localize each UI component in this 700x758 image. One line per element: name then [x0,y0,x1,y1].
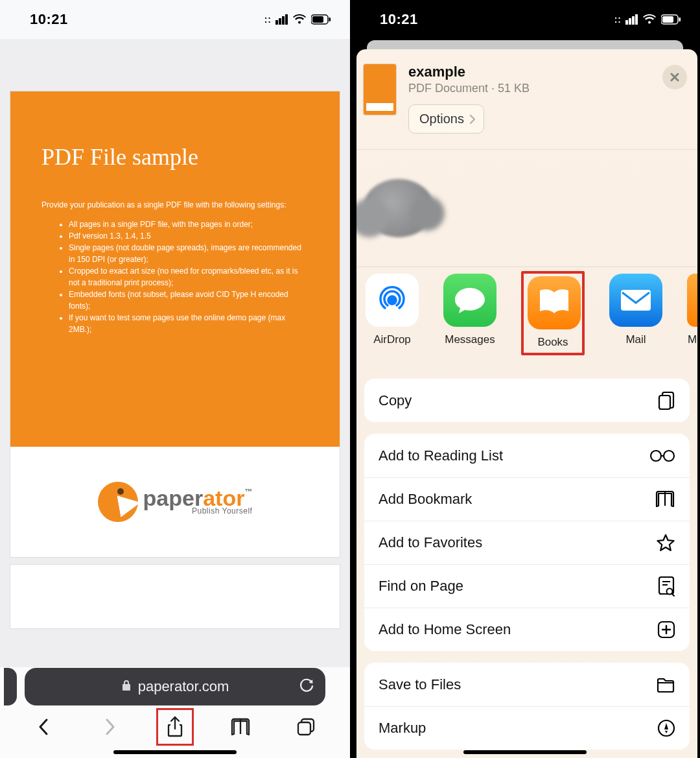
chevron-right-icon [469,114,476,124]
svg-rect-3 [298,722,310,735]
battery-icon [311,14,332,25]
pdf-page: PDF File sample Provide your publication… [10,91,340,558]
svg-rect-2 [329,18,331,21]
sheet-background-card [367,40,683,49]
action-reading-list[interactable]: Add to Reading List [364,434,690,477]
find-icon [657,576,675,597]
status-bar: 10:21 :: [0,0,350,39]
share-button[interactable] [162,714,188,740]
pdf-page-next [10,564,340,629]
copy-icon [657,390,675,411]
app-more-peek[interactable]: M [687,274,697,355]
share-sheet: example PDF Document · 51 KB Options [356,49,697,758]
svg-rect-1 [312,16,323,23]
app-label: Books [528,336,578,349]
action-markup[interactable]: Markup [364,706,690,750]
tab-group-chip[interactable] [4,668,17,705]
tabs-button[interactable] [293,714,319,740]
pdf-subtitle: Provide your publication as a single PDF… [10,171,340,209]
app-label: Messages [443,333,496,346]
pdf-title: PDF File sample [10,91,340,171]
books-icon [528,276,581,329]
svg-point-7 [388,296,396,304]
glasses-icon [649,449,675,462]
battery-icon [661,14,682,25]
status-time: 10:21 [30,11,68,28]
signal-bars-icon [625,14,638,25]
app-label: M [687,333,697,346]
document-meta: PDF Document · 51 KB [408,82,651,95]
close-icon [670,72,680,82]
people-row[interactable] [356,150,697,266]
forward-button[interactable] [97,714,122,740]
address-bar-row: paperator.com [0,667,350,706]
plus-square-icon [657,621,675,639]
address-url: paperator.com [138,678,229,695]
close-button[interactable] [662,65,687,89]
svg-rect-6 [679,18,681,21]
status-time: 10:21 [380,11,418,28]
more-app-icon [687,274,697,327]
options-button[interactable]: Options [408,104,484,134]
home-indicator [463,750,587,754]
star-icon [656,533,675,552]
messages-icon [443,274,496,327]
signal-dots-icon: :: [264,14,272,25]
status-bar: 10:21 :: [350,0,700,39]
status-icons: :: [614,14,682,25]
status-icons: :: [264,14,332,25]
svg-point-10 [651,451,661,461]
action-add-bookmark[interactable]: Add Bookmark [364,477,690,521]
app-messages[interactable]: Messages [443,274,496,355]
pdf-footer: paperator™ Publish Yourself [10,447,340,557]
wifi-icon [643,14,656,25]
reload-icon[interactable] [299,678,314,696]
svg-rect-8 [621,290,651,311]
app-airdrop[interactable]: AirDrop [366,274,419,355]
apps-row: AirDrop Messages Books Mail M [356,267,697,367]
contact-avatar[interactable] [363,179,434,237]
paperator-logo-mark [98,482,138,522]
action-save-to-files[interactable]: Save to Files [364,663,690,706]
lock-icon [121,680,132,694]
markup-icon [657,719,675,737]
document-thumbnail [363,64,397,115]
folder-icon [656,676,675,693]
signal-dots-icon: :: [614,14,622,25]
mail-icon [609,274,662,327]
action-find-on-page[interactable]: Find on Page [364,564,690,608]
pdf-bullet-list: All pages in a single PDF file, with the… [10,209,340,335]
paperator-logo: paperator™ Publish Yourself [98,482,253,522]
document-title: example [408,64,651,80]
pdf-viewport[interactable]: PDF File sample Provide your publication… [0,39,350,758]
book-icon [655,490,675,508]
svg-rect-5 [662,16,673,23]
address-bar[interactable]: paperator.com [25,668,325,705]
app-label: AirDrop [366,333,419,346]
action-copy[interactable]: Copy [364,379,690,422]
wifi-icon [293,14,306,25]
app-books[interactable]: Books [521,271,585,355]
app-mail[interactable]: Mail [609,274,662,355]
airdrop-icon [366,274,419,327]
svg-rect-9 [659,396,670,409]
app-label: Mail [609,333,662,346]
home-indicator [113,750,237,754]
bookmarks-button[interactable] [228,714,253,740]
signal-bars-icon [275,14,288,25]
back-button[interactable] [31,714,57,740]
svg-point-11 [664,451,674,461]
action-add-favorites[interactable]: Add to Favorites [364,521,690,564]
action-add-home-screen[interactable]: Add to Home Screen [364,608,690,651]
